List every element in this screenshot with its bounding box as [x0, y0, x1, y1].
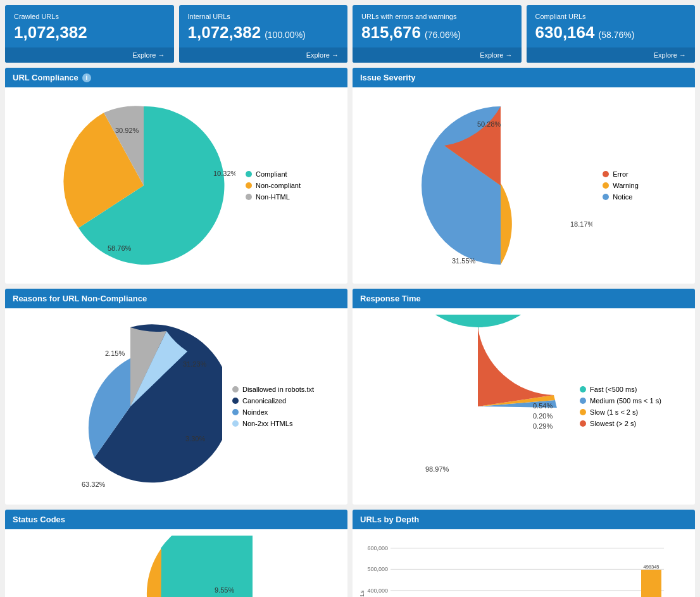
bar->10 — [641, 570, 661, 597]
legend-dot-noncompliant — [246, 182, 252, 189]
legend-label-noncompliant: Non-compliant — [256, 182, 301, 189]
url-compliance-body: 30.92% 10.32% 58.76% Compliant Non-compl… — [5, 87, 347, 284]
legend-label-error: Error — [613, 170, 628, 178]
pct-notice: 50.28% — [477, 120, 501, 128]
pie-2xx — [161, 536, 253, 597]
issue-severity-card: Issue Severity 50.28% 18.17% 31.55% — [353, 68, 695, 284]
legend-label-non2xx: Non-2xx HTMLs — [242, 420, 292, 427]
pct-disallowed: 2.15% — [105, 349, 125, 357]
urls-by-depth-card: URLs by Depth 0100,000200,000300,000400,… — [353, 510, 695, 597]
legend-label-disallowed: Disallowed in robots.txt — [242, 386, 314, 393]
status-codes-header: Status Codes — [5, 510, 347, 529]
info-icon[interactable]: i — [82, 73, 91, 82]
noncompliance-legend: Disallowed in robots.txt Canonicalized N… — [232, 386, 314, 427]
pct-error: 18.17% — [570, 220, 592, 228]
legend-dot-warning — [603, 182, 609, 189]
legend-slow: Slow (1 s < 2 s) — [580, 408, 661, 416]
stat-internal: Internal URLs 1,072,382 (100.00%) Explor… — [179, 5, 348, 63]
legend-dot-slow — [580, 409, 586, 415]
urls-by-depth-title: URLs by Depth — [360, 515, 419, 524]
urls-by-depth-body: 0100,000200,000300,000400,000500,000600,… — [353, 529, 695, 597]
legend-dot-canonical — [232, 398, 239, 404]
legend-warning: Warning — [603, 182, 639, 189]
pct-non2xx: 3.30% — [185, 435, 205, 443]
pct-canonical: 63.32% — [82, 481, 106, 488]
noncompliance-title: Reasons for URL Non-Compliance — [13, 294, 147, 303]
svg-text:400,000: 400,000 — [367, 588, 388, 594]
stat-internal-value: 1,072,382 — [188, 23, 261, 42]
pie-slowest — [478, 327, 554, 406]
url-compliance-chart: 30.92% 10.32% 58.76% — [52, 94, 235, 277]
legend-dot-noindex — [232, 409, 239, 415]
response-time-body: 98.97% 0.54% 0.20% 0.29% Fast (<500 ms) … — [353, 308, 695, 505]
pct-3xx: 9.55% — [215, 586, 234, 594]
noncompliance-header: Reasons for URL Non-Compliance — [5, 289, 347, 308]
stat-compliant-value: 630,164 — [535, 23, 595, 42]
pct-slow: 0.20% — [533, 412, 553, 420]
pct-slowest: 0.29% — [533, 422, 553, 430]
noncompliance-card: Reasons for URL Non-Compliance 2.15% 31.… — [5, 289, 347, 505]
pct-nonhtml: 10.32% — [213, 170, 235, 177]
legend-dot-notice — [603, 194, 609, 200]
noncompliance-chart: 2.15% 31.23% 3.30% 63.32% — [39, 315, 222, 498]
url-compliance-header: URL Compliance i — [5, 68, 347, 87]
pct-medium: 0.54% — [533, 402, 553, 410]
issue-severity-legend: Error Warning Notice — [603, 170, 639, 201]
issue-severity-header: Issue Severity — [353, 68, 695, 87]
legend-compliant: Compliant — [246, 170, 301, 178]
legend-label-nonhtml: Non-HTML — [256, 193, 290, 201]
stat-crawled-label: Crawled URLs — [14, 13, 165, 20]
stat-crawled-value: 1,072,382 — [14, 23, 165, 42]
response-time-title: Response Time — [360, 294, 421, 303]
stat-internal-pct: (100.00%) — [265, 30, 306, 40]
bar-chart-wrapper: 0100,000200,000300,000400,000500,000600,… — [358, 536, 690, 597]
pct-warning: 31.55% — [452, 257, 476, 265]
legend-slowest: Slowest (> 2 s) — [580, 420, 661, 427]
svg-text:Number of URLs: Number of URLs — [359, 590, 365, 597]
response-time-header: Response Time — [353, 289, 695, 308]
pct-noindex: 31.23% — [183, 360, 207, 368]
legend-noncompliant: Non-compliant — [246, 182, 301, 189]
legend-disallowed: Disallowed in robots.txt — [232, 386, 314, 393]
legend-label-slow: Slow (1 s < 2 s) — [590, 408, 638, 416]
legend-dot-compliant — [246, 171, 252, 177]
response-time-card: Response Time 98.97% 0.54% 0.20% 0.29% — [353, 289, 695, 505]
stats-row: Crawled URLs 1,072,382 Explore → Interna… — [5, 5, 695, 63]
legend-dot-nonhtml — [246, 194, 252, 200]
legend-dot-medium — [580, 398, 586, 404]
stat-errors-label: URLs with errors and warnings — [361, 13, 513, 20]
stat-compliant-explore[interactable]: Explore → — [527, 47, 696, 63]
legend-error: Error — [603, 170, 639, 178]
pct-compliant: 58.76% — [108, 244, 132, 252]
stat-internal-label: Internal URLs — [188, 13, 339, 20]
stat-compliant: Compliant URLs 630,164 (58.76%) Explore … — [527, 5, 696, 63]
legend-dot-non2xx — [232, 420, 239, 427]
stat-crawled-explore[interactable]: Explore → — [5, 47, 174, 63]
stat-errors-explore[interactable]: Explore → — [353, 47, 522, 63]
pct-noncompliant: 30.92% — [115, 127, 139, 134]
legend-label-notice: Notice — [613, 193, 632, 201]
legend-notice: Notice — [603, 193, 639, 201]
legend-label-canonical: Canonicalized — [242, 397, 286, 405]
svg-text:500,000: 500,000 — [367, 566, 388, 572]
legend-noindex: Noindex — [232, 408, 314, 416]
status-codes-body: 89.52% 9.55% 0.93% 0.00% 0.01% 2xx 3xx — [5, 529, 347, 597]
legend-fast: Fast (<500 ms) — [580, 386, 661, 393]
stat-errors-pct: (76.06%) — [425, 30, 461, 40]
legend-label-fast: Fast (<500 ms) — [590, 386, 637, 393]
legend-non2xx: Non-2xx HTMLs — [232, 420, 314, 427]
issue-severity-chart: 50.28% 18.17% 31.55% — [409, 94, 592, 277]
stat-errors: URLs with errors and warnings 815,676 (7… — [353, 5, 522, 63]
legend-label-slowest: Slowest (> 2 s) — [590, 420, 636, 427]
pct-fast: 98.97% — [425, 465, 449, 473]
issue-severity-body: 50.28% 18.17% 31.55% Error Warning — [353, 87, 695, 284]
legend-canonical: Canonicalized — [232, 397, 314, 405]
response-time-legend: Fast (<500 ms) Medium (500 ms < 1 s) Slo… — [580, 386, 661, 427]
status-codes-card: Status Codes 89.52% 9.55% 0.93% 0.00% 0 — [5, 510, 347, 597]
stat-compliant-label: Compliant URLs — [535, 13, 687, 20]
urls-by-depth-header: URLs by Depth — [353, 510, 695, 529]
legend-label-noindex: Noindex — [242, 408, 268, 416]
stat-errors-value: 815,676 — [361, 23, 421, 42]
legend-dot-slowest — [580, 420, 586, 427]
stat-internal-explore[interactable]: Explore → — [179, 47, 348, 63]
